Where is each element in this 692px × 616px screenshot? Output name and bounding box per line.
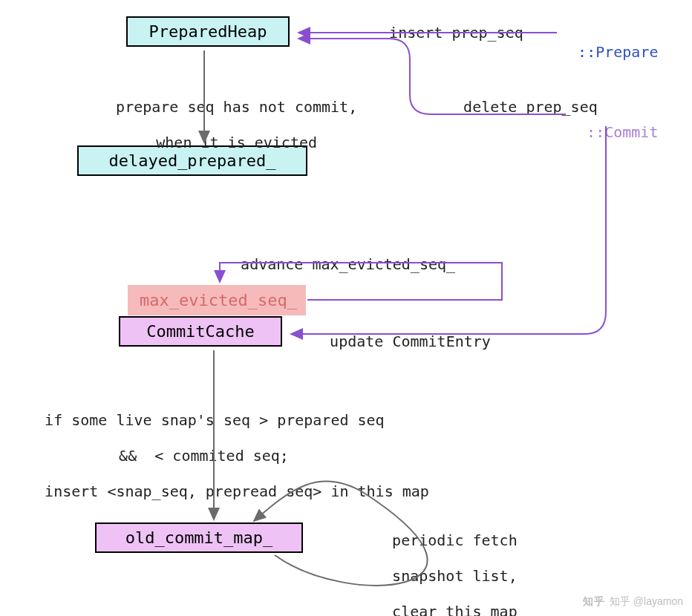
commit-cache-box: CommitCache bbox=[119, 316, 282, 347]
old-commit-map-label: old_commit_map_ bbox=[125, 528, 273, 547]
watermark: 知乎 知乎 @layamon bbox=[583, 595, 683, 609]
watermark-text: 知乎 @layamon bbox=[610, 595, 683, 609]
periodic-note: periodic fetch snapshot list, clear this… bbox=[374, 514, 518, 616]
snap-note: if some live snap's seq > prepared seq &… bbox=[27, 393, 429, 500]
prepared-heap-box: PreparedHeap bbox=[126, 16, 290, 47]
delayed-prepared-label: delayed_prepared_ bbox=[108, 151, 275, 170]
max-evicted-seq-label: max_evicted_seq_ bbox=[140, 291, 297, 309]
edge-commit-to-commitcache bbox=[291, 126, 606, 334]
advance-label: advance max_evicted_seq_ bbox=[223, 237, 455, 273]
commit-cache-label: CommitCache bbox=[146, 322, 255, 341]
update-commit-entry-label: update CommitEntry bbox=[312, 315, 491, 350]
old-commit-map-box: old_commit_map_ bbox=[95, 522, 303, 553]
insert-prep-seq-label: insert prep_seq bbox=[371, 6, 523, 42]
prepared-heap-label: PreparedHeap bbox=[149, 22, 267, 41]
prepare-seq-note: prepare seq has not commit, when it is e… bbox=[98, 80, 357, 151]
commit-source-label: ::Commit bbox=[569, 105, 658, 141]
zhihu-logo-text: 知乎 bbox=[583, 595, 605, 609]
max-evicted-seq-box: max_evicted_seq_ bbox=[128, 285, 306, 315]
prepare-source-label: ::Prepare bbox=[560, 25, 658, 61]
